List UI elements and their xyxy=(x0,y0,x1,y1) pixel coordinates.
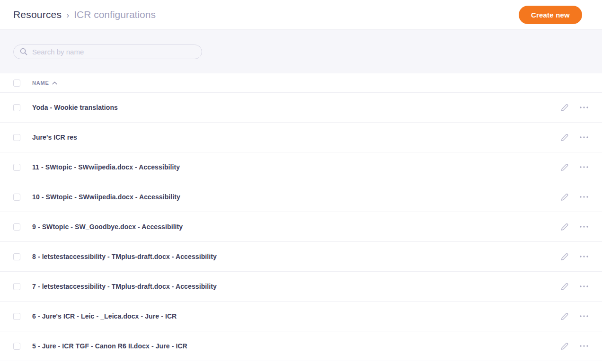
row-name-label: 9 - SWtopic - SW_Goodbye.docx - Accessib… xyxy=(32,223,559,231)
pencil-icon xyxy=(560,192,569,202)
table-row: 11 - SWtopic - SWwiipedia.docx - Accessi… xyxy=(0,152,602,182)
more-options-button[interactable] xyxy=(578,102,590,113)
edit-button[interactable] xyxy=(559,161,570,173)
more-options-button[interactable] xyxy=(578,340,590,352)
edit-button[interactable] xyxy=(559,340,570,352)
search-icon xyxy=(19,47,28,56)
pencil-icon xyxy=(560,222,569,231)
resources-table: NAME Yoda - Wookie translations xyxy=(0,73,602,361)
more-options-button[interactable] xyxy=(578,161,590,173)
ellipsis-icon xyxy=(579,285,589,288)
table-row: 7 - letstestaccessibility - TMplus-draft… xyxy=(0,272,602,302)
name-column-header[interactable]: NAME xyxy=(32,80,57,86)
pencil-icon xyxy=(560,103,569,112)
row-name-label: 8 - letstestaccessibility - TMplus-draft… xyxy=(32,253,559,260)
ellipsis-icon xyxy=(579,136,589,139)
pencil-icon xyxy=(560,133,569,142)
table-row: Yoda - Wookie translations xyxy=(0,93,602,123)
select-all-checkbox[interactable] xyxy=(13,80,20,87)
row-actions xyxy=(559,221,590,232)
row-name-label: 6 - Jure's ICR - Leic - _Leica.docx - Ju… xyxy=(32,312,559,320)
edit-button[interactable] xyxy=(559,221,570,232)
breadcrumb-separator: › xyxy=(66,10,69,20)
edit-button[interactable] xyxy=(559,251,570,262)
top-bar: Resources › ICR configurations Create ne… xyxy=(0,0,602,30)
row-name-label: 11 - SWtopic - SWwiipedia.docx - Accessi… xyxy=(32,163,559,171)
row-checkbox[interactable] xyxy=(13,343,20,350)
more-options-button[interactable] xyxy=(578,191,590,203)
table-row: 6 - Jure's ICR - Leic - _Leica.docx - Ju… xyxy=(0,302,602,331)
row-actions xyxy=(559,102,590,113)
row-name-label: 5 - Jure - ICR TGF - Canon R6 II.docx - … xyxy=(32,342,559,350)
row-name-label: Yoda - Wookie translations xyxy=(32,104,559,111)
row-name-label: Jure's ICR res xyxy=(32,133,559,141)
search-box[interactable] xyxy=(13,44,202,59)
row-actions xyxy=(559,132,590,143)
pencil-icon xyxy=(560,162,569,172)
pencil-icon xyxy=(560,341,569,351)
row-actions xyxy=(559,191,590,203)
row-checkbox[interactable] xyxy=(13,194,20,201)
edit-button[interactable] xyxy=(559,132,570,143)
ellipsis-icon xyxy=(579,225,589,228)
more-options-button[interactable] xyxy=(578,311,590,322)
row-checkbox[interactable] xyxy=(13,253,20,260)
ellipsis-icon xyxy=(579,345,589,347)
table-row: Jure's ICR res xyxy=(0,123,602,152)
row-checkbox[interactable] xyxy=(13,164,20,171)
row-checkbox[interactable] xyxy=(13,313,20,320)
row-checkbox[interactable] xyxy=(13,223,20,231)
search-input[interactable] xyxy=(32,48,196,56)
search-section xyxy=(0,30,602,73)
table-row: 8 - letstestaccessibility - TMplus-draft… xyxy=(0,242,602,272)
edit-button[interactable] xyxy=(559,281,570,292)
breadcrumb-resources-link[interactable]: Resources xyxy=(13,9,62,20)
more-options-button[interactable] xyxy=(578,251,590,262)
row-checkbox[interactable] xyxy=(13,283,20,290)
table-body: Yoda - Wookie translations Jure's ICR re… xyxy=(0,93,602,361)
pencil-icon xyxy=(560,282,569,291)
row-name-label: 10 - SWtopic - SWwiipedia.docx - Accessi… xyxy=(32,193,559,201)
edit-button[interactable] xyxy=(559,102,570,113)
name-column-label: NAME xyxy=(32,80,49,86)
table-row: 5 - Jure - ICR TGF - Canon R6 II.docx - … xyxy=(0,331,602,361)
row-actions xyxy=(559,311,590,322)
row-name-label: 7 - letstestaccessibility - TMplus-draft… xyxy=(32,283,559,290)
table-header-row: NAME xyxy=(0,73,602,93)
more-options-button[interactable] xyxy=(578,132,590,143)
edit-button[interactable] xyxy=(559,191,570,203)
breadcrumb: Resources › ICR configurations xyxy=(13,9,156,20)
create-new-button[interactable]: Create new xyxy=(519,6,582,24)
row-actions xyxy=(559,251,590,262)
edit-button[interactable] xyxy=(559,311,570,322)
ellipsis-icon xyxy=(579,195,589,198)
pencil-icon xyxy=(560,252,569,261)
chevron-up-icon xyxy=(52,81,57,85)
ellipsis-icon xyxy=(579,106,589,109)
row-checkbox[interactable] xyxy=(13,134,20,141)
row-checkbox[interactable] xyxy=(13,104,20,111)
pencil-icon xyxy=(560,311,569,321)
more-options-button[interactable] xyxy=(578,221,590,232)
table-row: 10 - SWtopic - SWwiipedia.docx - Accessi… xyxy=(0,182,602,212)
row-actions xyxy=(559,161,590,173)
row-actions xyxy=(559,340,590,352)
row-actions xyxy=(559,281,590,292)
breadcrumb-current-page: ICR configurations xyxy=(74,9,156,20)
ellipsis-icon xyxy=(579,255,589,258)
ellipsis-icon xyxy=(579,166,589,169)
table-row: 9 - SWtopic - SW_Goodbye.docx - Accessib… xyxy=(0,212,602,242)
more-options-button[interactable] xyxy=(578,281,590,292)
ellipsis-icon xyxy=(579,315,589,318)
